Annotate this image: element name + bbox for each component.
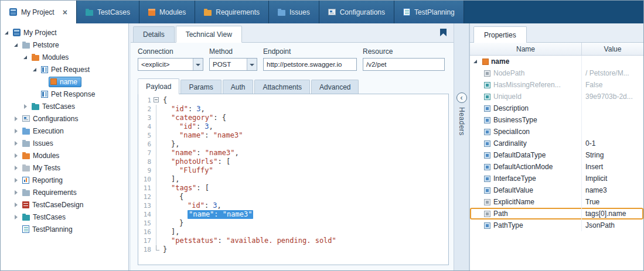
code-line[interactable]: },	[163, 140, 446, 149]
tree-collapsed-arrow-icon[interactable]	[12, 201, 19, 208]
pin-icon[interactable]	[440, 29, 447, 36]
tree-item-testcasedesign[interactable]: TestCaseDesign	[1, 198, 128, 211]
expand-panel-button[interactable]: ‹	[456, 92, 467, 103]
tree-item-testcases[interactable]: TestCases	[1, 100, 128, 112]
tab-properties[interactable]: Properties	[473, 26, 527, 43]
tree-item-configurations[interactable]: Configurations	[1, 112, 128, 125]
resource-input[interactable]: /v2/pet	[363, 58, 445, 71]
tab-payload[interactable]: Payload	[138, 78, 179, 94]
top-tab-requirements[interactable]: Requirements	[195, 1, 269, 23]
endpoint-input[interactable]: http://petstore.swagger.io	[263, 58, 357, 71]
fold-collapse-icon[interactable]	[154, 97, 159, 102]
fold-line	[152, 219, 161, 228]
tree-item-my-project[interactable]: My Project	[1, 26, 128, 39]
headers-panel-label[interactable]: Headers	[458, 107, 466, 136]
code-line[interactable]: "name": "name3"	[163, 210, 446, 219]
tab-advanced[interactable]: Advanced	[311, 80, 359, 94]
tree-expanded-arrow-icon[interactable]	[22, 54, 29, 61]
property-row-defaultdatatype[interactable]: DefaultDataTypeString	[470, 149, 643, 161]
property-row-explicitname[interactable]: ExplicitNameTrue	[470, 196, 643, 208]
headers-collapsed-panel[interactable]: ‹ Headers	[454, 23, 469, 270]
tree-expanded-arrow-icon[interactable]	[31, 66, 38, 73]
tab-details[interactable]: Details	[133, 26, 175, 42]
field-label: Method	[209, 47, 257, 56]
property-row-uniqueid[interactable]: UniqueId39e9703b-2d...	[470, 91, 643, 102]
property-row-cardinality[interactable]: Cardinality0-1	[470, 138, 643, 149]
tree-item-execution[interactable]: Execution	[1, 125, 128, 137]
code-line[interactable]: "petstatus": "available. pending. sold"	[163, 236, 446, 245]
tree-item-pet-request[interactable]: Pet Request	[1, 63, 128, 76]
property-root-row[interactable]: name	[470, 56, 643, 67]
tree-item-pet-response[interactable]: Pet Response	[1, 88, 128, 100]
top-tab-testplanning[interactable]: TestPlanning	[394, 1, 464, 23]
line-number: 4	[138, 122, 151, 131]
json-editor[interactable]: 123456789101112131415161718 {"id": 3,"ca…	[138, 94, 449, 265]
code-line[interactable]: {	[163, 193, 446, 201]
tree-item-name[interactable]: name	[1, 76, 128, 88]
method-dropdown[interactable]: POST	[209, 58, 257, 71]
tree-item-petstore[interactable]: Petstore	[1, 39, 128, 51]
property-row-businesstype[interactable]: BusinessType	[470, 114, 643, 126]
tree-expanded-arrow-icon[interactable]	[472, 58, 479, 65]
property-row-defaultvalue[interactable]: DefaultValuename3	[470, 184, 643, 196]
tab-auth[interactable]: Auth	[223, 80, 254, 94]
code-line[interactable]: "id": 3,	[163, 201, 446, 210]
code-line[interactable]: "tags": [	[163, 184, 446, 193]
property-row-nodepath[interactable]: NodePath/ Petstore/M...	[470, 67, 643, 79]
code-line[interactable]: ],	[163, 175, 446, 184]
tree-collapsed-arrow-icon[interactable]	[12, 177, 19, 184]
tree-collapsed-arrow-icon[interactable]	[22, 103, 29, 110]
tree-expanded-arrow-icon[interactable]	[3, 29, 10, 36]
code-line[interactable]: "name": "name3",	[163, 149, 446, 157]
property-row-defaultactionmode[interactable]: DefaultActionModeInsert	[470, 161, 643, 173]
code-line[interactable]: "name": "name3"	[163, 131, 446, 140]
tree-expanded-arrow-icon[interactable]	[12, 42, 19, 49]
tab-close-icon[interactable]: ×	[63, 8, 67, 16]
top-tab-issues[interactable]: Issues	[269, 1, 319, 23]
tab-technical-view[interactable]: Technical View	[176, 26, 242, 43]
tree-collapsed-arrow-icon[interactable]	[12, 128, 19, 135]
code-line[interactable]: }	[163, 245, 446, 254]
code-line[interactable]: "id": 3,	[163, 105, 446, 114]
property-row-description[interactable]: Description	[470, 102, 643, 114]
code-lines[interactable]: {"id": 3,"category": {"id": 3,"name": "n…	[161, 94, 448, 265]
code-line[interactable]: "category": {	[163, 114, 446, 122]
tree-item-testplanning[interactable]: TestPlanning	[1, 223, 128, 235]
tree-item-modules[interactable]: Modules	[1, 51, 128, 63]
column-header-value[interactable]: Value	[582, 43, 643, 55]
property-row-interfacetype[interactable]: InterfaceTypeImplicit	[470, 173, 643, 184]
tree-item-reporting[interactable]: Reporting	[1, 174, 128, 186]
tree-collapsed-arrow-icon[interactable]	[12, 189, 19, 196]
tab-params[interactable]: Params	[180, 80, 221, 94]
tree-collapsed-arrow-icon[interactable]	[12, 115, 19, 122]
property-row-path[interactable]: Pathtags[0].name	[470, 208, 643, 219]
tree-item-modules[interactable]: Modules	[1, 149, 128, 162]
code-line[interactable]: {	[163, 96, 446, 105]
tree-collapsed-arrow-icon[interactable]	[12, 140, 19, 147]
connection-dropdown[interactable]: <explicit>	[138, 58, 203, 71]
tab-attachments[interactable]: Attachments	[254, 80, 310, 94]
property-icon	[484, 70, 490, 77]
code-line[interactable]: ],	[163, 228, 446, 236]
code-line[interactable]: "Fluffy"	[163, 166, 446, 175]
tree-item-requirements[interactable]: Requirements	[1, 186, 128, 198]
code-line[interactable]: "photoUrls": [	[163, 157, 446, 166]
tree-collapsed-arrow-icon[interactable]	[12, 164, 19, 171]
tree-collapsed-arrow-icon[interactable]	[12, 152, 19, 159]
tree-item-my-tests[interactable]: My Tests	[1, 162, 128, 174]
top-tab-testcases[interactable]: TestCases	[77, 1, 139, 23]
top-tab-configurations[interactable]: Configurations	[319, 1, 394, 23]
tree-item-testcases[interactable]: TestCases	[1, 211, 128, 223]
top-tab-my-project[interactable]: My Project×	[1, 1, 77, 23]
property-row-pathtype[interactable]: PathTypeJsonPath	[470, 219, 643, 231]
tree-collapsed-arrow-icon[interactable]	[12, 214, 19, 221]
project-tree: My ProjectPetstoreModulesPet Requestname…	[1, 23, 129, 270]
code-line[interactable]: "id": 3,	[163, 122, 446, 131]
property-row-hasmissingreferen[interactable]: HasMissingReferen...False	[470, 79, 643, 91]
property-icon	[484, 140, 490, 147]
column-header-name[interactable]: Name	[470, 43, 582, 55]
top-tab-modules[interactable]: Modules	[139, 1, 195, 23]
tree-item-issues[interactable]: Issues	[1, 137, 128, 149]
code-line[interactable]: }	[163, 219, 446, 228]
property-row-specialicon[interactable]: SpecialIcon	[470, 126, 643, 138]
